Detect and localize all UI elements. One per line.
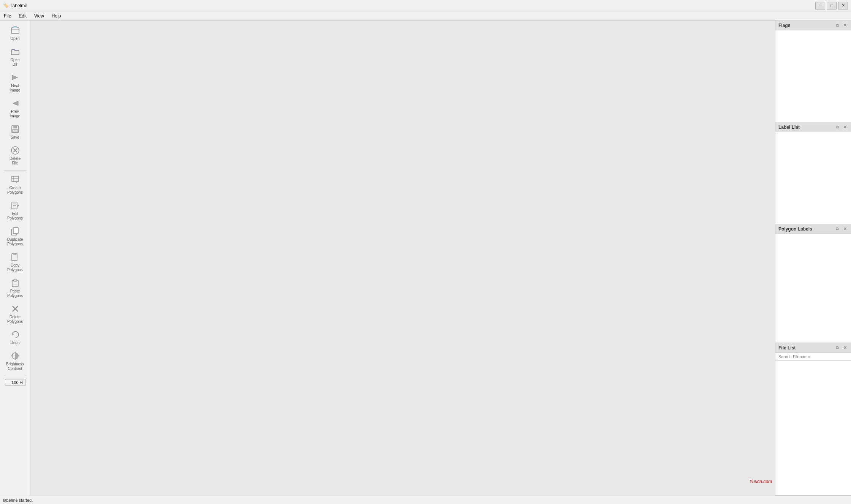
prev-image-label: PrevImage — [10, 109, 21, 118]
edit-polygons-icon — [10, 200, 21, 211]
label-list-panel: Label List ⧉ ✕ — [775, 122, 851, 224]
svg-rect-18 — [13, 228, 18, 234]
file-list-controls: ⧉ ✕ — [834, 345, 848, 351]
open-label: Open — [10, 36, 19, 41]
next-image-button[interactable]: NextImage — [2, 70, 29, 95]
toolbar-divider-2 — [4, 376, 27, 376]
copy-polygons-icon — [10, 252, 21, 262]
menu-file[interactable]: File — [0, 11, 15, 20]
file-list-float-button[interactable]: ⧉ — [834, 345, 840, 351]
svg-marker-1 — [12, 75, 17, 80]
save-label: Save — [11, 135, 19, 140]
maximize-button[interactable]: □ — [827, 2, 837, 9]
file-list-title: File List — [778, 345, 796, 351]
next-image-icon — [10, 72, 21, 83]
paste-polygons-label: PastePolygons — [7, 289, 23, 298]
prev-image-icon — [10, 98, 21, 109]
polygon-labels-panel: Polygon Labels ⧉ ✕ — [775, 224, 851, 343]
copy-polygons-button[interactable]: CopyPolygons — [2, 250, 29, 275]
file-list-close-button[interactable]: ✕ — [842, 345, 848, 351]
paste-polygons-icon — [10, 278, 21, 288]
app-title: labelme — [11, 3, 27, 8]
create-polygons-icon — [10, 174, 21, 185]
brightness-contrast-button[interactable]: BrightnessContrast — [2, 348, 29, 373]
status-message: labelme started. — [3, 498, 33, 502]
polygon-labels-title: Polygon Labels — [778, 226, 812, 232]
undo-label: Undo — [11, 341, 20, 345]
duplicate-polygons-label: DuplicatePolygons — [7, 237, 23, 246]
polygon-labels-close-button[interactable]: ✕ — [842, 226, 848, 232]
open-dir-icon — [10, 46, 21, 57]
flags-panel-header: Flags ⧉ ✕ — [775, 21, 851, 30]
flags-close-button[interactable]: ✕ — [842, 22, 848, 28]
svg-rect-9 — [12, 176, 19, 182]
save-button[interactable]: Save — [2, 122, 29, 142]
watermark: Yuucn.com — [749, 479, 772, 484]
app-icon: 🏷️ — [3, 3, 9, 9]
flags-panel-content — [775, 30, 851, 122]
right-panels: Flags ⧉ ✕ Label List ⧉ ✕ Polygon L — [775, 21, 851, 496]
search-filename-input[interactable] — [775, 353, 851, 361]
create-polygons-label: CreatePolygons — [7, 186, 23, 195]
flags-panel-controls: ⧉ ✕ — [834, 22, 848, 28]
svg-rect-4 — [13, 126, 17, 128]
svg-rect-5 — [13, 130, 18, 132]
polygon-labels-panel-header: Polygon Labels ⧉ ✕ — [775, 224, 851, 234]
file-list-panel-content — [775, 353, 851, 495]
label-list-float-button[interactable]: ⧉ — [834, 124, 840, 130]
prev-image-button[interactable]: PrevImage — [2, 96, 29, 121]
status-bar: labelme started. — [0, 496, 851, 504]
undo-button[interactable]: Undo — [2, 327, 29, 348]
open-dir-label: OpenDir — [10, 58, 19, 67]
svg-marker-26 — [12, 333, 14, 336]
title-bar-controls: ─ □ ✕ — [815, 2, 848, 9]
save-icon — [10, 124, 21, 134]
svg-marker-12 — [16, 182, 17, 183]
brightness-contrast-label: BrightnessContrast — [6, 362, 24, 371]
close-button[interactable]: ✕ — [838, 2, 848, 9]
file-list-panel-header: File List ⧉ ✕ — [775, 343, 851, 353]
flags-panel: Flags ⧉ ✕ — [775, 21, 851, 122]
label-list-panel-content — [775, 132, 851, 224]
paste-polygons-button[interactable]: PastePolygons — [2, 275, 29, 300]
menu-help[interactable]: Help — [48, 11, 65, 20]
undo-icon — [10, 329, 21, 340]
duplicate-polygons-button[interactable]: DuplicatePolygons — [2, 224, 29, 249]
zoom-input[interactable]: 100 % — [5, 379, 25, 386]
toolbar-divider-1 — [4, 170, 27, 171]
open-icon — [10, 25, 21, 36]
main-layout: Open OpenDir NextImage — [0, 21, 851, 496]
delete-polygons-label: DeletePolygons — [7, 315, 23, 324]
copy-polygons-label: CopyPolygons — [7, 263, 23, 272]
create-polygons-button[interactable]: CreatePolygons — [2, 172, 29, 197]
title-bar: 🏷️ labelme ─ □ ✕ — [0, 0, 851, 11]
delete-file-icon — [10, 145, 21, 156]
delete-file-button[interactable]: DeleteFile — [2, 143, 29, 168]
edit-polygons-label: EditPolygons — [7, 212, 23, 221]
polygon-labels-panel-content — [775, 234, 851, 343]
minimize-button[interactable]: ─ — [815, 2, 825, 9]
flags-float-button[interactable]: ⧉ — [834, 22, 840, 28]
svg-rect-21 — [14, 279, 17, 281]
open-dir-button[interactable]: OpenDir — [2, 44, 29, 69]
label-list-close-button[interactable]: ✕ — [842, 124, 848, 130]
brightness-contrast-icon — [10, 351, 21, 361]
label-list-title: Label List — [778, 125, 800, 130]
label-list-controls: ⧉ ✕ — [834, 124, 848, 130]
svg-rect-0 — [11, 28, 19, 33]
file-list-panel: File List ⧉ ✕ — [775, 343, 851, 496]
delete-polygons-button[interactable]: DeletePolygons — [2, 301, 29, 326]
next-image-label: NextImage — [10, 84, 21, 93]
polygon-labels-controls: ⧉ ✕ — [834, 226, 848, 232]
delete-polygons-icon — [10, 303, 21, 314]
label-list-panel-header: Label List ⧉ ✕ — [775, 122, 851, 132]
duplicate-polygons-icon — [10, 226, 21, 237]
polygon-labels-float-button[interactable]: ⧉ — [834, 226, 840, 232]
open-button[interactable]: Open — [2, 23, 29, 43]
menu-edit[interactable]: Edit — [15, 11, 30, 20]
zoom-control: 100 % — [3, 378, 27, 387]
flags-title: Flags — [778, 23, 790, 28]
menu-view[interactable]: View — [30, 11, 48, 20]
delete-file-label: DeleteFile — [9, 156, 21, 166]
edit-polygons-button[interactable]: EditPolygons — [2, 198, 29, 223]
